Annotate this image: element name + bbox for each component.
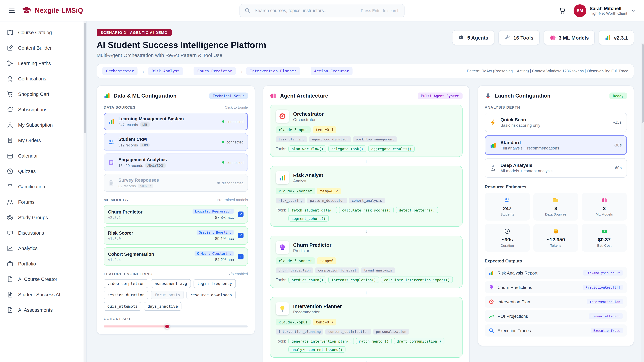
sidebar-item[interactable]: My Orders (3, 133, 81, 148)
resources-title: Resource Estimates (485, 184, 627, 189)
feature-toggle[interactable]: session_duration (104, 291, 148, 299)
target-icon (489, 299, 494, 304)
agent-card: Orchestrator Orchestrator claude-3-opus … (270, 105, 462, 157)
cohort-size-slider[interactable] (104, 326, 248, 328)
hamburger-icon[interactable] (8, 7, 16, 14)
status-text: connected (226, 160, 244, 164)
feature-toggle[interactable]: assessment_avg (151, 279, 191, 288)
sidebar-item[interactable]: Calendar (3, 148, 81, 164)
tool-chip: match_mentor() (356, 338, 392, 344)
sidebar-item[interactable]: AI Course Creator (3, 272, 81, 287)
brand[interactable]: Nexgile-LMSiQ (22, 5, 83, 15)
feature-toggle[interactable]: login_frequency (193, 279, 236, 288)
sidebar-item[interactable]: Student Success AI (3, 287, 81, 302)
cart-dark-icon[interactable] (559, 7, 566, 14)
expected-output-row: Risk Analysis Report RiskAnalysisResult (485, 267, 627, 279)
sidebar-item-label: Student Success AI (18, 292, 60, 297)
sidebar-item[interactable]: Course Catalog (3, 25, 81, 40)
feature-toggle[interactable]: quiz_attempts (104, 302, 141, 311)
search-bar[interactable]: Press Enter to search (240, 4, 404, 17)
card-badge: Technical Setup (209, 92, 248, 99)
tool-chip: calculate_intervention_impact() (381, 277, 453, 283)
depth-name: Deep Analysis (500, 163, 608, 168)
bulb-icon (279, 305, 286, 312)
model-name: Risk Scorer (108, 230, 192, 236)
ml-model-row[interactable]: Risk Scorer v1.8.0 Gradient Boosting 89.… (104, 226, 248, 245)
tool-chip: generate_intervention_plan() (289, 338, 354, 344)
data-source-row[interactable]: Learning Management System 247 records L… (104, 113, 248, 130)
sidebar-item[interactable]: Quizzes (3, 164, 81, 179)
ml-model-row[interactable]: Churn Predictor v2.3.1 Logistic Regressi… (104, 205, 248, 224)
sidebar-item[interactable]: Portfolio (3, 256, 81, 272)
depth-duration: ~30s (613, 143, 622, 147)
depth-duration: ~60s (613, 166, 622, 170)
page-header: SCENARIO 2 | AGENTIC AI DEMO AI Student … (96, 29, 634, 58)
model-checkbox[interactable]: ✓ (238, 233, 244, 238)
cart-icon (7, 91, 14, 97)
sidebar-item[interactable]: Subscriptions (3, 102, 81, 117)
sidebar-item[interactable]: Forums (3, 194, 81, 210)
model-checkbox[interactable]: ✓ (238, 212, 244, 217)
sidebar-item[interactable]: Discussions (3, 225, 81, 241)
sidebar-item[interactable]: Certifications (3, 71, 81, 86)
search-input[interactable] (254, 8, 358, 13)
section-label: ANALYSIS DEPTH (485, 105, 520, 109)
coins-icon (553, 228, 559, 234)
sidebar-item[interactable]: AI Assessments (3, 302, 81, 318)
sidebar-scrollbar-thumb[interactable] (84, 23, 86, 133)
page-scrollbar-thumb[interactable] (642, 44, 644, 123)
algorithm-chip: Gradient Boosting (196, 230, 234, 235)
feature-toggle[interactable]: resource_downloads (186, 291, 236, 299)
analytics-icon (7, 245, 14, 252)
stat-pill: 16 Tools (498, 30, 540, 45)
sidebar-item[interactable]: Learning Paths (3, 56, 81, 71)
bar-chart-icon (108, 118, 115, 125)
resource-label: Data Sources (535, 212, 576, 216)
data-source-row[interactable]: Engagement Analytics 15,420 records ANAL… (104, 153, 248, 171)
people-icon (108, 139, 115, 145)
ready-badge: Ready (610, 92, 627, 99)
slider-knob[interactable] (164, 324, 170, 329)
analysis-depth-option[interactable]: Deep Analysis All models + content analy… (485, 158, 627, 178)
sidebar-scrollbar[interactable] (84, 21, 86, 362)
analysis-depth-option[interactable]: Standard Full analysis + recommendations… (485, 135, 627, 155)
data-source-row[interactable]: Student CRM 312 records CRM connected (104, 133, 248, 151)
feature-toggle[interactable]: forum_posts (151, 291, 184, 299)
tools-label: Tools: (276, 338, 286, 344)
sidebar-item-label: Analytics (18, 246, 38, 251)
ml-model-row[interactable]: Cohort Segmentation v1.2.4 K-Means Clust… (104, 247, 248, 266)
sidebar-item[interactable]: Study Groups (3, 210, 81, 225)
sidebar-item[interactable]: My Subscription (3, 117, 81, 133)
page-scrollbar[interactable] (641, 43, 644, 362)
tool-chip: fetch_student_data() (289, 207, 337, 213)
doc-user-icon (7, 291, 14, 298)
model-accuracy: 87.3% acc (215, 215, 234, 220)
agent-name: Orchestrator (293, 111, 324, 116)
feature-toggle[interactable]: video_completion (104, 279, 148, 288)
scenario-badge: SCENARIO 2 | AGENTIC AI DEMO (96, 29, 172, 36)
pipeline-step: Orchestrator (102, 67, 138, 75)
page-title: AI Student Success Intelligence Platform (96, 40, 266, 50)
sidebar-item[interactable]: Gamification (3, 179, 81, 194)
sidebar-item-label: Content Builder (18, 45, 52, 51)
sidebar-item[interactable]: Shopping Cart (3, 86, 81, 102)
data-source-name: Engagement Analytics (118, 157, 218, 162)
resource-estimate: ~30s Duration (485, 224, 530, 252)
sidebar-nav: Course Catalog Content Builder Learning … (3, 25, 81, 318)
model-name: Churn Predictor (108, 209, 189, 214)
users-group-icon (7, 214, 14, 221)
sidebar-item-label: My Orders (18, 138, 41, 143)
sidebar-item[interactable]: Content Builder (3, 40, 81, 56)
agent-name: Intervention Planner (293, 303, 342, 309)
data-source-row[interactable]: Survey Responses 89 records SURVEY disco… (104, 174, 248, 192)
doc-plus-icon (7, 276, 14, 283)
feature-toggle[interactable]: days_inactive (144, 302, 182, 311)
analysis-depth-option[interactable]: Quick Scan Basic risk scoring only ~15s (485, 113, 627, 132)
model-version: v1.8.0 (108, 237, 192, 241)
calendar-icon (7, 152, 14, 159)
tool-chip: detect_patterns() (396, 207, 438, 213)
model-checkbox[interactable]: ✓ (238, 254, 244, 259)
user-menu[interactable]: SM Sarah Mitchell High-Net-Worth Client (574, 4, 636, 17)
resource-estimates-grid: 247 Students 3 Data Sources 3 ML Models (485, 193, 627, 252)
sidebar-item[interactable]: Analytics (3, 241, 81, 256)
